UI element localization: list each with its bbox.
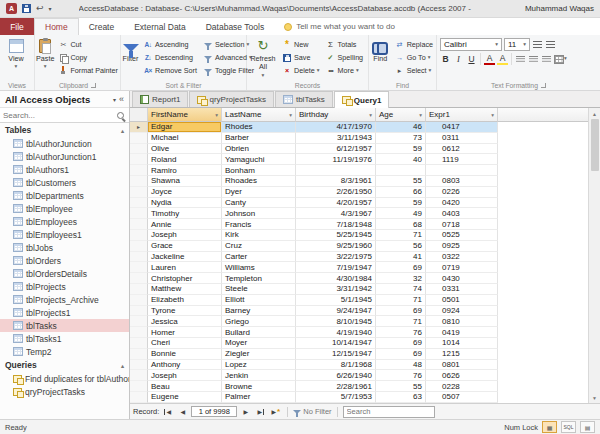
new-blank-record-button[interactable]: ▶* bbox=[269, 406, 282, 418]
record-selector[interactable] bbox=[130, 241, 148, 252]
design-view-button[interactable]: ▤ bbox=[580, 421, 595, 433]
cell[interactable] bbox=[426, 165, 498, 176]
save-record-button[interactable]: Save bbox=[280, 51, 322, 64]
cell[interactable]: 10/14/1947 bbox=[296, 338, 376, 349]
cell[interactable]: Bonnie bbox=[148, 349, 222, 360]
cell[interactable]: 1215 bbox=[426, 349, 498, 360]
next-record-button[interactable]: ▶ bbox=[239, 406, 252, 418]
replace-button[interactable]: ⇄Replace bbox=[393, 38, 435, 51]
cell[interactable]: 71 bbox=[376, 295, 426, 306]
cell[interactable]: 46 bbox=[376, 122, 426, 133]
cell[interactable]: Jackeline bbox=[148, 252, 222, 263]
record-selector[interactable] bbox=[130, 133, 148, 144]
more-button[interactable]: •••More▾ bbox=[324, 64, 366, 77]
record-selector[interactable] bbox=[130, 219, 148, 230]
tab-create[interactable]: Create bbox=[79, 18, 125, 35]
nav-item[interactable]: tblAuthorJunction1 bbox=[0, 150, 129, 163]
cell[interactable]: 0322 bbox=[426, 252, 498, 263]
ascending-button[interactable]: A↓Ascending bbox=[141, 38, 199, 51]
cell[interactable]: 12/15/1947 bbox=[296, 349, 376, 360]
shutter-close-icon[interactable]: « bbox=[119, 94, 124, 104]
nav-menu-arrow-icon[interactable]: ▾ bbox=[113, 96, 116, 103]
cell[interactable]: 7/19/1947 bbox=[296, 262, 376, 273]
nav-item[interactable]: tblProjects_Archive bbox=[0, 293, 129, 306]
dialog-launcher-icon[interactable] bbox=[541, 83, 546, 88]
cell[interactable]: 8/3/1961 bbox=[296, 176, 376, 187]
go-to-button[interactable]: →Go To▾ bbox=[393, 51, 435, 64]
cell[interactable]: 6/12/1957 bbox=[296, 144, 376, 155]
nav-item[interactable]: tblOrdersDetails bbox=[0, 267, 129, 280]
cell[interactable]: Grace bbox=[148, 241, 222, 252]
record-selector[interactable] bbox=[130, 306, 148, 317]
cell[interactable]: 40 bbox=[376, 154, 426, 165]
cell[interactable]: Yamaguchi bbox=[222, 154, 296, 165]
user-name[interactable]: Muhammad Waqas bbox=[525, 4, 594, 13]
filter-status[interactable]: No Filter bbox=[303, 407, 331, 416]
scrollbar-thumb[interactable] bbox=[591, 119, 599, 171]
cell[interactable]: Lauren bbox=[148, 262, 222, 273]
cell[interactable]: 0925 bbox=[426, 241, 498, 252]
cell[interactable]: 0501 bbox=[426, 295, 498, 306]
cell[interactable]: Browne bbox=[222, 381, 296, 392]
cell[interactable]: Joseph bbox=[148, 370, 222, 381]
cell[interactable]: Williams bbox=[222, 262, 296, 273]
record-selector[interactable]: ▸ bbox=[130, 122, 148, 133]
scroll-down-icon[interactable]: ▼ bbox=[589, 392, 600, 403]
cell[interactable]: Matthew bbox=[148, 284, 222, 295]
cell[interactable]: Lopez bbox=[222, 360, 296, 371]
cell[interactable]: 1014 bbox=[426, 338, 498, 349]
dropdown-arrow-icon[interactable]: ▾ bbox=[289, 112, 292, 118]
nav-item[interactable]: tblProjects1 bbox=[0, 306, 129, 319]
nav-section-header[interactable]: Queries▴ bbox=[0, 358, 129, 372]
cell[interactable]: Johnson bbox=[222, 208, 296, 219]
cell[interactable]: 0331 bbox=[426, 284, 498, 295]
cell[interactable]: 0718 bbox=[426, 219, 498, 230]
record-selector[interactable] bbox=[130, 187, 148, 198]
cell[interactable]: 0226 bbox=[426, 187, 498, 198]
search-icon[interactable] bbox=[117, 112, 124, 119]
dropdown-arrow-icon[interactable]: ▾ bbox=[215, 112, 218, 118]
scroll-up-icon[interactable]: ▲ bbox=[589, 108, 600, 119]
cell[interactable]: 0612 bbox=[426, 144, 498, 155]
cell[interactable]: Olive bbox=[148, 144, 222, 155]
record-selector[interactable] bbox=[130, 381, 148, 392]
cell[interactable]: 32 bbox=[376, 273, 426, 284]
record-selector[interactable] bbox=[130, 144, 148, 155]
first-record-button[interactable]: ◀ bbox=[161, 406, 174, 418]
cell[interactable]: 9/25/1960 bbox=[296, 241, 376, 252]
record-selector[interactable] bbox=[130, 273, 148, 284]
tell-me[interactable]: Tell me what you want to do bbox=[284, 18, 395, 35]
cell[interactable]: 76 bbox=[376, 327, 426, 338]
nav-item[interactable]: tblDepartments bbox=[0, 189, 129, 202]
cell[interactable]: 73 bbox=[376, 133, 426, 144]
cell[interactable]: 0430 bbox=[426, 273, 498, 284]
cell[interactable]: Edgar bbox=[148, 122, 222, 133]
cell[interactable]: 69 bbox=[376, 338, 426, 349]
cell[interactable]: 5/1/1945 bbox=[296, 295, 376, 306]
record-selector[interactable] bbox=[130, 327, 148, 338]
record-selector[interactable] bbox=[130, 338, 148, 349]
number-list-button[interactable] bbox=[545, 39, 556, 51]
cell[interactable]: 0803 bbox=[426, 176, 498, 187]
font-name-select[interactable]: Calibri▾ bbox=[440, 38, 502, 51]
remove-sort-button[interactable]: A×Remove Sort bbox=[141, 64, 199, 77]
cell[interactable]: Christopher bbox=[148, 273, 222, 284]
record-selector[interactable] bbox=[130, 370, 148, 381]
cell[interactable]: Elizabeth bbox=[148, 295, 222, 306]
cell[interactable]: 0810 bbox=[426, 316, 498, 327]
cell[interactable]: 0417 bbox=[426, 122, 498, 133]
dropdown-arrow-icon[interactable]: ▾ bbox=[369, 112, 372, 118]
cell[interactable]: 71 bbox=[376, 230, 426, 241]
cell[interactable]: 41 bbox=[376, 252, 426, 263]
cell[interactable]: 48 bbox=[376, 360, 426, 371]
cell[interactable]: Carter bbox=[222, 252, 296, 263]
record-selector[interactable] bbox=[130, 262, 148, 273]
cell[interactable]: Elliott bbox=[222, 295, 296, 306]
select-button[interactable]: ▸Select▾ bbox=[393, 64, 435, 77]
cell[interactable]: 76 bbox=[376, 370, 426, 381]
cell[interactable]: 0420 bbox=[426, 198, 498, 209]
cell[interactable]: Bullard bbox=[222, 327, 296, 338]
cell[interactable]: 8/10/1945 bbox=[296, 316, 376, 327]
cell[interactable]: 68 bbox=[376, 219, 426, 230]
font-color-button[interactable]: A bbox=[484, 54, 495, 65]
